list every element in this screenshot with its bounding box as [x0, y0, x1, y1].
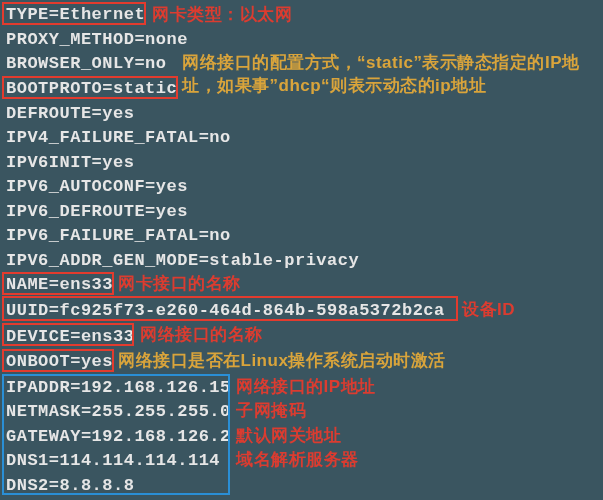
cfg-ipv4-failure: IPV4_FAILURE_FATAL=no — [6, 128, 231, 147]
cfg-proxy-method: PROXY_METHOD=none — [6, 30, 188, 49]
box-device — [2, 323, 134, 346]
ann-uuid: 设备ID — [462, 299, 515, 322]
ann-netmask: 子网掩码 — [236, 400, 306, 423]
cfg-ipv6-autoconf: IPV6_AUTOCONF=yes — [6, 177, 188, 196]
cfg-defroute: DEFROUTE=yes — [6, 104, 134, 123]
ann-dns: 域名解析服务器 — [236, 449, 359, 472]
ann-name: 网卡接口的名称 — [118, 273, 241, 296]
cfg-ipv6init: IPV6INIT=yes — [6, 153, 134, 172]
cfg-browser-only: BROWSER_ONLY=no — [6, 54, 167, 73]
ann-bootproto: 网络接口的配置方式，“static”表示静态指定的IP地址，如果事”dhcp“则… — [182, 52, 592, 98]
cfg-ipv6-failure: IPV6_FAILURE_FATAL=no — [6, 226, 231, 245]
ann-type: 网卡类型：以太网 — [152, 4, 292, 27]
box-bootproto — [2, 76, 178, 99]
box-type — [2, 2, 146, 25]
box-uuid — [2, 296, 458, 321]
ann-onboot: 网络接口是否在Linux操作系统启动时激活 — [118, 350, 446, 373]
ann-gateway: 默认网关地址 — [236, 425, 341, 448]
box-name — [2, 272, 114, 295]
box-onboot — [2, 349, 114, 372]
ann-device: 网络接口的名称 — [140, 324, 263, 347]
cfg-ipv6-addr-gen: IPV6_ADDR_GEN_MODE=stable-privacy — [6, 251, 359, 270]
box-ipblock — [2, 374, 230, 495]
ann-ipaddr: 网络接口的IP地址 — [236, 376, 376, 399]
cfg-ipv6-defroute: IPV6_DEFROUTE=yes — [6, 202, 188, 221]
